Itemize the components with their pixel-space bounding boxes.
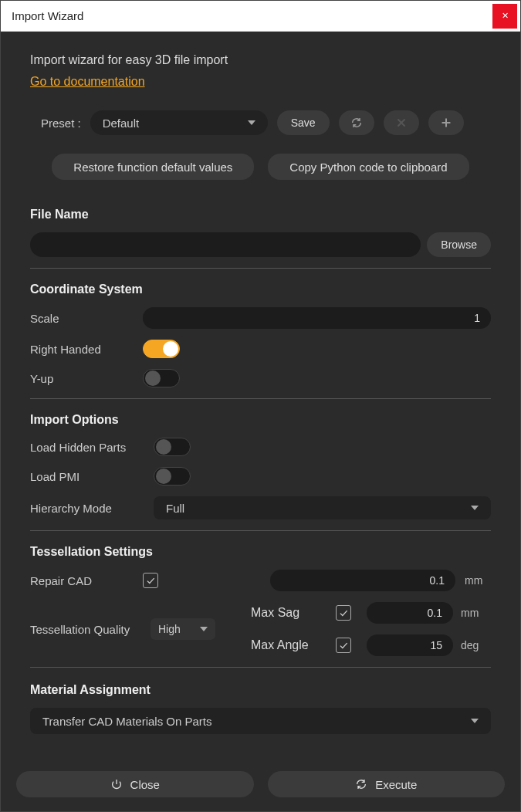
- refresh-icon: [350, 117, 363, 129]
- divider: [30, 530, 491, 531]
- window-title: Import Wizard: [12, 9, 83, 22]
- load-hidden-label: Load Hidden Parts: [30, 441, 154, 454]
- right-handed-label: Right Handed: [30, 343, 143, 356]
- check-icon: [338, 640, 349, 651]
- close-button-label: Close: [130, 778, 160, 791]
- refresh-preset-button[interactable]: [339, 110, 374, 135]
- material-assignment-value: Transfer CAD Materials On Parts: [42, 715, 212, 728]
- repair-cad-unit: mm: [455, 574, 491, 587]
- plus-icon: [440, 117, 452, 129]
- documentation-link[interactable]: Go to documentation: [30, 75, 491, 89]
- refresh-icon: [355, 778, 367, 790]
- add-preset-button[interactable]: [428, 110, 464, 135]
- material-assignment-heading: Material Assignment: [30, 683, 491, 697]
- action-row: Restore function default values Copy Pyt…: [30, 154, 491, 180]
- check-icon: [338, 607, 349, 618]
- material-assignment-section: Material Assignment Transfer CAD Materia…: [30, 683, 491, 734]
- execute-button[interactable]: Execute: [268, 771, 506, 797]
- hierarchy-mode-select[interactable]: Full: [154, 496, 491, 519]
- toggle-knob: [156, 469, 171, 484]
- preset-label: Preset :: [41, 117, 81, 130]
- import-options-heading: Import Options: [30, 413, 491, 427]
- dialog-body: Import wizard for easy 3D file import Go…: [1, 32, 520, 760]
- tessellation-section: Tessellation Settings Repair CAD mm Tess…: [30, 545, 491, 682]
- repair-cad-label: Repair CAD: [30, 574, 143, 587]
- scale-label: Scale: [30, 312, 143, 325]
- material-assignment-select[interactable]: Transfer CAD Materials On Parts: [30, 708, 491, 734]
- file-name-input[interactable]: [30, 232, 421, 257]
- preset-select[interactable]: Default: [90, 110, 268, 135]
- footer: Close Execute: [1, 760, 520, 811]
- close-icon: ✕: [502, 11, 509, 21]
- tessellation-quality-select[interactable]: High: [151, 618, 215, 640]
- tessellation-quality-value: High: [158, 623, 181, 635]
- tessellation-heading: Tessellation Settings: [30, 545, 491, 559]
- hierarchy-mode-label: Hierarchy Mode: [30, 502, 154, 515]
- divider: [30, 667, 491, 668]
- import-options-section: Import Options Load Hidden Parts Load PM…: [30, 413, 491, 545]
- max-angle-label: Max Angle: [251, 638, 328, 652]
- load-pmi-toggle[interactable]: [154, 467, 191, 486]
- save-preset-button[interactable]: Save: [277, 110, 330, 135]
- divider: [30, 268, 491, 269]
- coordinate-system-heading: Coordinate System: [30, 283, 491, 296]
- titlebar: Import Wizard ✕: [1, 1, 520, 32]
- max-angle-checkbox[interactable]: [336, 638, 351, 653]
- scale-input[interactable]: [143, 307, 491, 329]
- max-sag-label: Max Sag: [251, 606, 328, 620]
- browse-button[interactable]: Browse: [427, 232, 491, 257]
- divider: [30, 398, 491, 399]
- tessellation-quality-label: Tessellation Quality: [30, 623, 143, 636]
- chevron-down-icon: [471, 719, 479, 723]
- max-angle-unit: deg: [461, 639, 499, 651]
- restore-defaults-button[interactable]: Restore function default values: [52, 154, 254, 180]
- preset-row: Preset : Default Save: [30, 110, 491, 135]
- chevron-down-icon: [471, 506, 479, 510]
- hierarchy-mode-value: Full: [166, 502, 184, 515]
- delete-preset-button[interactable]: [384, 110, 419, 135]
- import-wizard-window: Import Wizard ✕ Import wizard for easy 3…: [0, 0, 521, 812]
- execute-button-label: Execute: [375, 778, 417, 791]
- preset-value: Default: [103, 117, 140, 130]
- repair-cad-value-input[interactable]: [270, 570, 455, 591]
- file-name-heading: File Name: [30, 208, 491, 222]
- coordinate-system-section: Coordinate System Scale Right Handed Y-u…: [30, 283, 491, 413]
- close-button[interactable]: Close: [16, 771, 254, 797]
- check-icon: [145, 575, 156, 586]
- chevron-down-icon: [200, 627, 208, 631]
- x-icon: [395, 117, 408, 129]
- chevron-down-icon: [248, 120, 255, 125]
- copy-python-button[interactable]: Copy Python code to clipboard: [268, 154, 469, 180]
- toggle-knob: [156, 439, 171, 455]
- load-hidden-toggle[interactable]: [154, 438, 191, 456]
- max-sag-input[interactable]: [367, 602, 453, 624]
- power-icon: [110, 778, 123, 790]
- max-sag-checkbox[interactable]: [336, 605, 351, 621]
- y-up-toggle[interactable]: [143, 369, 180, 387]
- file-name-section: File Name Browse: [30, 208, 491, 283]
- right-handed-toggle[interactable]: [143, 340, 180, 358]
- load-pmi-label: Load PMI: [30, 470, 154, 483]
- y-up-label: Y-up: [30, 372, 143, 385]
- repair-cad-checkbox[interactable]: [143, 573, 158, 588]
- max-sag-unit: mm: [461, 607, 499, 619]
- intro-text: Import wizard for easy 3D file import: [30, 53, 491, 67]
- close-window-button[interactable]: ✕: [492, 4, 517, 29]
- max-angle-input[interactable]: [367, 634, 453, 656]
- toggle-knob: [163, 341, 178, 357]
- toggle-knob: [145, 370, 161, 386]
